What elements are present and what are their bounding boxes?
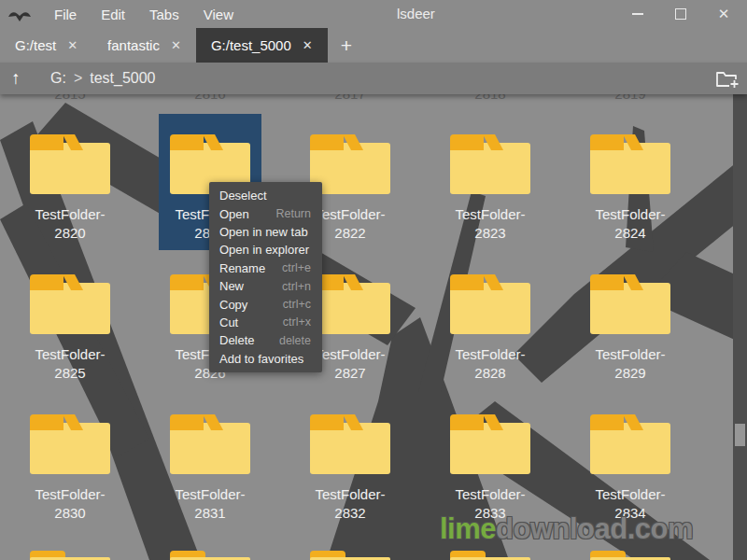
folder-label: TestFolder-2828 bbox=[439, 345, 542, 383]
folder-icon bbox=[590, 134, 670, 194]
folder-icon bbox=[450, 134, 530, 194]
tab-g-test[interactable]: G:/test✕ bbox=[0, 28, 92, 63]
folder-tile[interactable]: TestFolder-2828 bbox=[439, 254, 542, 390]
folder-tile[interactable]: TestFolder-2831 bbox=[159, 394, 261, 530]
context-menu-shortcut: delete bbox=[279, 334, 311, 347]
folder-icon bbox=[450, 414, 530, 474]
context-menu-item[interactable]: Renamectrl+e bbox=[209, 259, 322, 277]
new-tab-button[interactable]: + bbox=[328, 28, 365, 63]
context-menu-label: Rename bbox=[219, 261, 265, 275]
folder-icon-partial bbox=[590, 551, 670, 560]
context-menu-item[interactable]: Cutctrl+x bbox=[209, 314, 322, 331]
menu-view[interactable]: View bbox=[204, 7, 233, 22]
context-menu-label: Delete bbox=[219, 333, 255, 347]
folder-tile[interactable]: TestFolder-2824 bbox=[579, 114, 682, 250]
minimize-button[interactable] bbox=[631, 7, 644, 21]
folder-label: TestFolder-2831 bbox=[159, 485, 261, 523]
folder-icon bbox=[310, 414, 390, 474]
folder-icon-tab bbox=[310, 414, 344, 430]
folder-icon-tab bbox=[30, 274, 63, 290]
context-menu-item[interactable]: OpenReturn bbox=[209, 204, 322, 222]
folder-icon bbox=[450, 274, 530, 334]
tab-close-icon[interactable]: ✕ bbox=[171, 38, 181, 52]
folder-icon bbox=[30, 134, 110, 194]
folder-label-partial: 2818 bbox=[439, 94, 542, 102]
folder-label: TestFolder-2830 bbox=[19, 485, 121, 523]
folder-icon-body bbox=[170, 423, 250, 474]
window-title: lsdeer bbox=[397, 0, 435, 28]
folder-icon-body bbox=[450, 143, 530, 194]
context-menu-item[interactable]: Open in explorer bbox=[209, 241, 322, 259]
folder-icon-partial bbox=[170, 551, 250, 560]
folder-icon-tab bbox=[450, 134, 484, 150]
scrollbar-track[interactable] bbox=[733, 94, 747, 560]
maximize-button[interactable] bbox=[674, 7, 687, 21]
context-menu-shortcut: Return bbox=[275, 207, 311, 220]
context-menu-label: Open in explorer bbox=[219, 243, 309, 257]
folder-tile[interactable]: TestFolder-2832 bbox=[299, 394, 402, 530]
folder-icon-tab bbox=[590, 134, 624, 150]
folder-tile[interactable]: TestFolder-2833 bbox=[439, 394, 542, 530]
tab-label: G:/test_5000 bbox=[211, 37, 291, 53]
context-menu-item[interactable]: Copyctrl+c bbox=[209, 295, 322, 313]
close-button[interactable]: ✕ bbox=[717, 7, 730, 21]
folder-icon-tab bbox=[30, 134, 63, 150]
folder-label: TestFolder-2832 bbox=[299, 485, 402, 523]
context-menu-label: Deselect bbox=[219, 189, 267, 203]
tabs-container: G:/test✕fantastic✕G:/test_5000✕ bbox=[0, 28, 328, 63]
menu-tabs[interactable]: Tabs bbox=[149, 7, 179, 22]
folder-icon bbox=[590, 414, 670, 474]
tab-fantastic[interactable]: fantastic✕ bbox=[92, 28, 196, 63]
folder-icon-body bbox=[590, 283, 670, 334]
breadcrumb-folder[interactable]: test_5000 bbox=[90, 70, 155, 87]
context-menu-item[interactable]: Add to favorites bbox=[209, 350, 322, 368]
folder-label-partial: 2819 bbox=[579, 94, 682, 102]
context-menu-shortcut: ctrl+n bbox=[282, 280, 311, 293]
scrollbar-thumb[interactable] bbox=[735, 424, 745, 446]
menu-edit[interactable]: Edit bbox=[101, 7, 125, 22]
folder-icon-body bbox=[310, 423, 390, 474]
watermark: limedownload.com bbox=[440, 512, 693, 546]
folder-icon bbox=[590, 274, 670, 334]
breadcrumb-bar: ↑ G: > test_5000 bbox=[0, 63, 747, 94]
context-menu-item[interactable]: Newctrl+n bbox=[209, 277, 322, 295]
menu-file[interactable]: File bbox=[54, 7, 77, 22]
breadcrumb-drive[interactable]: G: bbox=[50, 70, 66, 87]
context-menu-label: Add to favorites bbox=[219, 352, 303, 366]
tab-close-icon[interactable]: ✕ bbox=[67, 38, 78, 52]
tab-bar: G:/test✕fantastic✕G:/test_5000✕ + bbox=[0, 28, 747, 63]
context-menu-label: Copy bbox=[219, 298, 247, 312]
context-menu-item[interactable]: Open in new tab bbox=[209, 223, 322, 241]
folder-tile[interactable]: TestFolder-2825 bbox=[19, 254, 121, 390]
folder-icon-partial bbox=[30, 551, 110, 560]
breadcrumb: G: > test_5000 bbox=[50, 70, 156, 87]
new-folder-button[interactable] bbox=[715, 68, 740, 89]
folder-icon-body bbox=[590, 423, 670, 474]
folder-label: TestFolder-2824 bbox=[579, 205, 682, 243]
folder-tile[interactable]: TestFolder-2829 bbox=[579, 254, 682, 390]
folder-icon bbox=[30, 274, 110, 334]
folder-icon-tab bbox=[170, 274, 204, 290]
context-menu-shortcut: ctrl+c bbox=[283, 298, 311, 311]
folder-tile[interactable]: TestFolder-2830 bbox=[19, 394, 121, 530]
folder-icon-body bbox=[450, 423, 530, 474]
folder-tile[interactable]: TestFolder-2834 bbox=[579, 394, 682, 530]
folder-icon-partial bbox=[450, 551, 530, 560]
maximize-icon bbox=[675, 8, 686, 20]
menu-bar: File Edit Tabs View bbox=[54, 7, 233, 22]
folder-label: TestFolder-2829 bbox=[579, 345, 682, 383]
up-arrow-icon[interactable]: ↑ bbox=[0, 68, 32, 89]
folder-icon-partial bbox=[310, 551, 390, 560]
tab-close-icon[interactable]: ✕ bbox=[303, 38, 313, 52]
folder-icon-body bbox=[30, 423, 110, 474]
context-menu-item[interactable]: Deletedelete bbox=[209, 331, 322, 349]
folder-icon-tab bbox=[310, 134, 344, 150]
folder-icon-tab bbox=[590, 414, 624, 430]
context-menu-label: Cut bbox=[219, 315, 238, 329]
context-menu-item[interactable]: Deselect bbox=[209, 187, 322, 204]
context-menu-label: Open bbox=[219, 207, 249, 221]
folder-icon-tab bbox=[450, 414, 484, 430]
tab-g-test-5000[interactable]: G:/test_5000✕ bbox=[196, 28, 328, 63]
folder-tile[interactable]: TestFolder-2820 bbox=[19, 114, 121, 250]
folder-tile[interactable]: TestFolder-2823 bbox=[439, 114, 542, 250]
